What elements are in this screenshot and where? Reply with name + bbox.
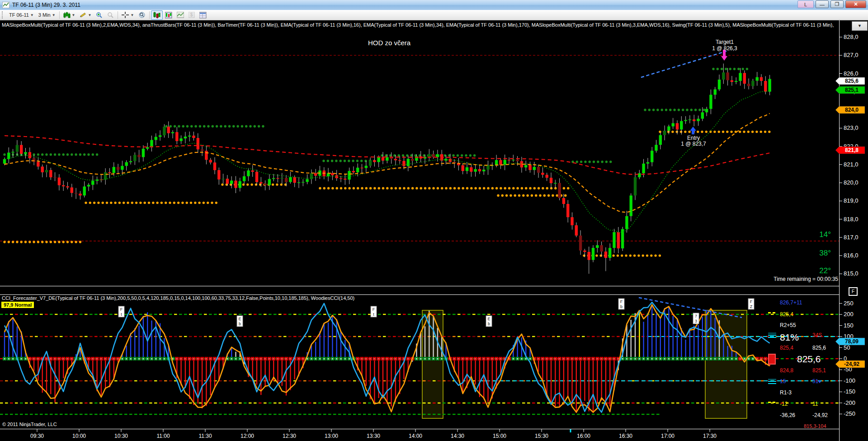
zoom-out-button[interactable] <box>105 10 116 20</box>
svg-text:−: − <box>205 357 208 361</box>
svg-text:818,0: 818,0 <box>844 216 859 223</box>
crosshair-icon <box>122 12 129 18</box>
svg-text:−: − <box>28 357 31 361</box>
svg-text:−: − <box>201 357 203 361</box>
svg-text:−: − <box>209 357 212 361</box>
svg-text:+: + <box>731 357 733 361</box>
svg-text:12:00: 12:00 <box>241 433 254 439</box>
svg-text:815,0: 815,0 <box>844 270 859 277</box>
svg-text:−: − <box>474 357 476 361</box>
svg-text:−: − <box>281 357 283 361</box>
svg-text:−: − <box>46 357 48 361</box>
instrument-dropdown[interactable]: TF 06-11▼ <box>7 10 36 20</box>
toolbar-grip[interactable] <box>2 11 5 19</box>
svg-text:+: + <box>432 357 434 361</box>
svg-text:−: − <box>542 357 544 361</box>
svg-text:+: + <box>626 357 628 361</box>
svg-text:−: − <box>269 357 271 361</box>
svg-text:−: − <box>361 357 363 361</box>
zoom-in-button[interactable] <box>94 10 105 20</box>
svg-text:+: + <box>142 357 145 361</box>
link-button[interactable]: L <box>797 0 814 8</box>
svg-text:+: + <box>4 357 6 361</box>
svg-text:−: − <box>193 357 195 361</box>
draw-button[interactable]: ▼ <box>77 10 94 20</box>
svg-text:−: − <box>470 357 472 361</box>
toolbar-separator <box>118 11 118 19</box>
svg-text:825,1: 825,1 <box>845 87 859 93</box>
svg-text:14:30: 14:30 <box>451 433 464 439</box>
svg-text:F: F <box>620 299 623 304</box>
svg-text:+: + <box>638 357 641 361</box>
chart-canvas[interactable]: 828,0827,0826,0825,0824,0823,0822,0821,0… <box>0 0 868 441</box>
svg-text:−: − <box>96 357 98 361</box>
svg-text:13:00: 13:00 <box>325 433 338 439</box>
svg-text:825,6: 825,6 <box>845 78 859 84</box>
chevron-down-icon: ▼ <box>72 13 75 17</box>
svg-text:−: − <box>584 357 586 361</box>
svg-text:−: − <box>357 357 359 361</box>
svg-text:-100: -100 <box>844 377 855 384</box>
data-box-button[interactable] <box>136 10 148 20</box>
svg-text:−: − <box>563 357 565 361</box>
svg-text:+: + <box>642 357 645 361</box>
entry-line2: 1 @ 823,7 <box>675 141 712 147</box>
magnifier-icon <box>138 12 146 19</box>
interval-label: 3 Min <box>38 12 51 18</box>
svg-text:−: − <box>373 357 376 361</box>
scroll-down-button[interactable]: ▼ <box>852 21 868 31</box>
svg-text:10:30: 10:30 <box>114 433 128 439</box>
svg-text:+: + <box>130 357 132 361</box>
target-line2: 1 @ 826,3 <box>698 45 751 52</box>
svg-text:−: − <box>92 357 94 361</box>
svg-text:−: − <box>466 357 468 361</box>
svg-text:14:00: 14:00 <box>409 433 422 439</box>
svg-text:+: + <box>714 357 716 361</box>
restore-button[interactable]: ❐ <box>830 0 844 8</box>
copyright-text: © 2011 NinjaTrader, LLC <box>2 422 57 427</box>
toolbar: TF 06-11▼ 3 Min▼ ▼ ▼ <box>0 10 868 20</box>
cci-info-row-right: 825,6 <box>812 345 826 351</box>
close-button[interactable]: ✕ <box>845 0 866 8</box>
svg-text:−: − <box>596 357 599 361</box>
svg-text:+: + <box>512 357 514 361</box>
chart-panel-button-active[interactable] <box>151 10 163 20</box>
cursor-dropdown[interactable]: ▼ <box>119 10 136 20</box>
svg-text:−: − <box>247 357 250 361</box>
svg-text:+: + <box>420 357 422 361</box>
svg-text:+: + <box>668 357 670 361</box>
zoom-out-icon <box>107 12 114 18</box>
cci-info-row: 826,7+11 <box>780 299 802 306</box>
cci-info-row: -36,26 <box>780 412 795 418</box>
svg-text:-200: -200 <box>844 399 855 406</box>
account-button[interactable]: $ <box>186 10 197 20</box>
panel-flag-box: F <box>849 287 858 296</box>
svg-text:+: + <box>24 357 27 361</box>
svg-text:+: + <box>8 357 10 361</box>
cci-info-row-right: 825,1 <box>812 367 826 374</box>
svg-text:−: − <box>113 357 115 361</box>
cci-info-row: 825,4 <box>780 345 793 351</box>
overlay-button[interactable] <box>175 10 186 20</box>
properties-button[interactable] <box>197 10 209 20</box>
chart-trader-button[interactable] <box>163 10 175 20</box>
interval-dropdown[interactable]: 3 Min▼ <box>36 10 58 20</box>
chevron-down-icon: ▼ <box>30 13 34 17</box>
svg-text:−: − <box>546 357 548 361</box>
svg-text:b: b <box>488 322 490 326</box>
svg-text:+: + <box>689 357 691 361</box>
svg-text:+: + <box>647 357 649 361</box>
svg-text:+: + <box>315 357 317 361</box>
svg-text:+: + <box>415 357 418 361</box>
svg-text:150: 150 <box>844 322 854 329</box>
degree-label-14: 14° <box>799 230 831 239</box>
minimize-button[interactable]: — <box>816 0 829 8</box>
svg-text:09:30: 09:30 <box>30 433 44 439</box>
window-title: TF 06-11 (3 Min) 29. 3. 2011 <box>12 2 80 8</box>
chart-style-button[interactable]: ▼ <box>61 10 78 20</box>
cci-info-row: -12 <box>780 401 788 407</box>
svg-text:823,0: 823,0 <box>844 124 859 131</box>
svg-text:827,0: 827,0 <box>844 52 859 58</box>
cci-info-row: 825,4 <box>780 311 793 318</box>
svg-text:+: + <box>693 357 695 361</box>
